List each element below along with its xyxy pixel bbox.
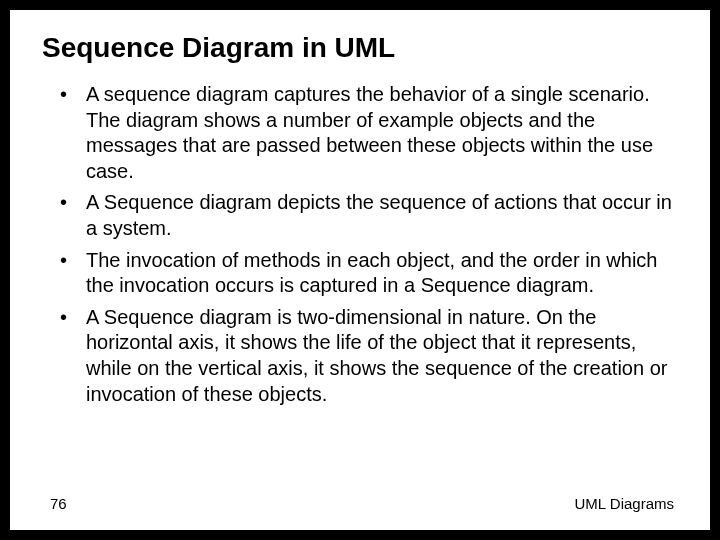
list-item: The invocation of methods in each object… <box>60 248 678 299</box>
page-number: 76 <box>50 495 67 512</box>
list-item: A Sequence diagram is two-dimensional in… <box>60 305 678 407</box>
slide-content: A sequence diagram captures the behavior… <box>42 82 678 495</box>
bullet-list: A sequence diagram captures the behavior… <box>60 82 678 407</box>
list-item: A Sequence diagram depicts the sequence … <box>60 190 678 241</box>
footer-label: UML Diagrams <box>575 495 674 512</box>
slide: Sequence Diagram in UML A sequence diagr… <box>10 10 710 530</box>
slide-title: Sequence Diagram in UML <box>42 32 678 64</box>
list-item: A sequence diagram captures the behavior… <box>60 82 678 184</box>
slide-footer: 76 UML Diagrams <box>42 495 678 514</box>
